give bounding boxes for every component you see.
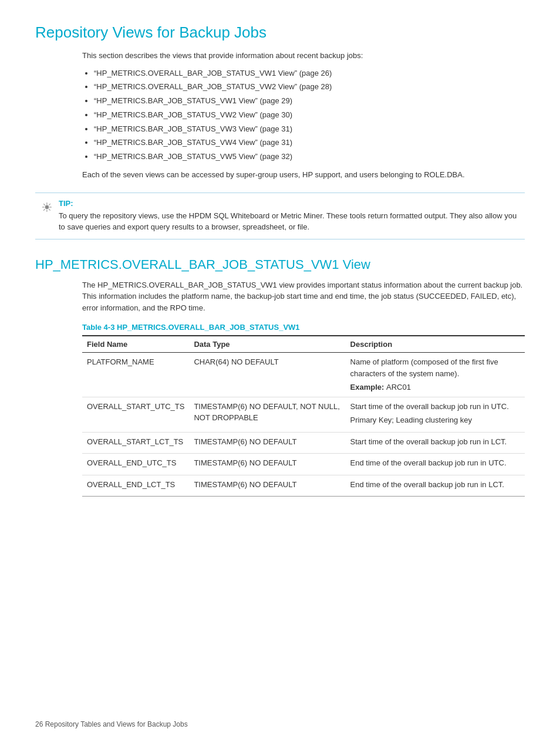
bullet-item: “HP_METRICS.BAR_JOB_STATUS_VW2 View” (pa… — [94, 109, 525, 121]
cell-field: OVERALL_START_LCT_TS — [82, 432, 189, 454]
cell-type: CHAR(64) NO DEFAULT — [189, 353, 345, 397]
cell-desc: Start time of the overall backup job run… — [346, 432, 525, 454]
table-row: PLATFORM_NAMECHAR(64) NO DEFAULTName of … — [82, 353, 525, 397]
cell-desc: End time of the overall backup job run i… — [346, 454, 525, 475]
bullet-item: “HP_METRICS.OVERALL_BAR_JOB_STATUS_VW1 V… — [94, 67, 525, 80]
cell-field: OVERALL_END_UTC_TS — [82, 454, 189, 475]
table-row: OVERALL_START_LCT_TSTIMESTAMP(6) NO DEFA… — [82, 432, 525, 454]
table-body: PLATFORM_NAMECHAR(64) NO DEFAULTName of … — [82, 353, 525, 497]
bullet-list: “HP_METRICS.OVERALL_BAR_JOB_STATUS_VW1 V… — [94, 67, 525, 164]
cell-desc: Start time of the overall backup job run… — [346, 397, 525, 432]
cell-desc: End time of the overall backup job run i… — [346, 475, 525, 497]
bullet-item: “HP_METRICS.BAR_JOB_STATUS_VW1 View” (pa… — [94, 95, 525, 107]
cell-desc: Name of platform (composed of the first … — [346, 353, 525, 397]
table-title: Table 4-3 HP_METRICS.OVERALL_BAR_JOB_STA… — [82, 323, 525, 332]
cell-type: TIMESTAMP(6) NO DEFAULT, NOT NULL, NOT D… — [189, 397, 345, 432]
cell-type: TIMESTAMP(6) NO DEFAULT — [189, 475, 345, 497]
cell-type: TIMESTAMP(6) NO DEFAULT — [189, 432, 345, 454]
page-title: Repository Views for Backup Jobs — [35, 23, 525, 42]
cell-field: OVERALL_START_UTC_TS — [82, 397, 189, 432]
intro-text: This section describes the views that pr… — [82, 50, 525, 62]
each-view-text: Each of the seven views can be accessed … — [82, 169, 525, 181]
cell-type: TIMESTAMP(6) NO DEFAULT — [189, 454, 345, 475]
table-header-cell: Field Name — [82, 336, 189, 353]
table-row: OVERALL_END_LCT_TSTIMESTAMP(6) NO DEFAUL… — [82, 475, 525, 497]
table-header-cell: Data Type — [189, 336, 345, 353]
cell-field: OVERALL_END_LCT_TS — [82, 475, 189, 497]
table-row: OVERALL_END_UTC_TSTIMESTAMP(6) NO DEFAUL… — [82, 454, 525, 475]
table-header-row: Field NameData TypeDescription — [82, 336, 525, 353]
tip-label: TIP: — [59, 199, 519, 208]
data-table: Field NameData TypeDescription PLATFORM_… — [82, 335, 525, 497]
footer-text: 26 Repository Tables and Views for Backu… — [35, 720, 188, 728]
cell-field: PLATFORM_NAME — [82, 353, 189, 397]
bullet-item: “HP_METRICS.OVERALL_BAR_JOB_STATUS_VW2 V… — [94, 81, 525, 93]
section-description: The HP_METRICS.OVERALL_BAR_JOB_STATUS_VW… — [82, 279, 525, 314]
table-header-cell: Description — [346, 336, 525, 353]
tip-icon: ☀ — [41, 200, 53, 215]
section-title: HP_METRICS.OVERALL_BAR_JOB_STATUS_VW1 Vi… — [35, 257, 525, 272]
bullet-item: “HP_METRICS.BAR_JOB_STATUS_VW4 View” (pa… — [94, 137, 525, 149]
tip-box: ☀ TIP: To query the repository views, us… — [35, 193, 525, 239]
tip-text: To query the repository views, use the H… — [59, 210, 519, 233]
bullet-item: “HP_METRICS.BAR_JOB_STATUS_VW3 View” (pa… — [94, 123, 525, 136]
tip-content: TIP: To query the repository views, use … — [59, 199, 519, 233]
table-row: OVERALL_START_UTC_TSTIMESTAMP(6) NO DEFA… — [82, 397, 525, 432]
bullet-item: “HP_METRICS.BAR_JOB_STATUS_VW5 View” (pa… — [94, 151, 525, 163]
